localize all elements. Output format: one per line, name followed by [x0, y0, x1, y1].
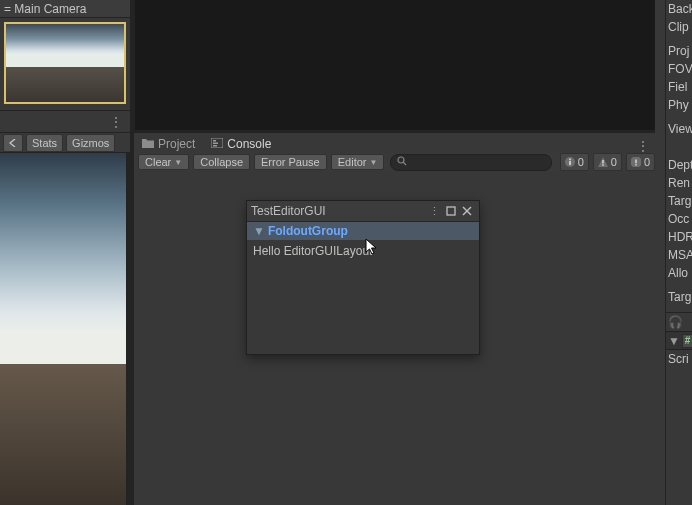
close-icon[interactable] [459, 206, 475, 216]
kebab-menu-icon[interactable]: ⋮ [631, 139, 655, 153]
tab-console[interactable]: Console [203, 135, 279, 153]
count-value: 0 [644, 156, 650, 168]
svg-rect-7 [569, 161, 571, 165]
foldout-content: Hello EditorGUILayout [247, 240, 479, 262]
inspector-field[interactable]: Back [666, 0, 692, 18]
inspector-field[interactable]: Phy [666, 96, 692, 114]
foldout-label: FoldoutGroup [268, 224, 348, 238]
game-ground [0, 364, 130, 505]
gizmos-button[interactable]: Gizmos [66, 134, 115, 152]
game-view[interactable] [0, 153, 130, 505]
window-titlebar[interactable]: TestEditorGUI ⋮ [247, 201, 479, 222]
svg-rect-2 [213, 143, 218, 145]
inspector-field[interactable]: Ren [666, 174, 692, 192]
foldout-triangle-icon: ▼ [253, 224, 265, 238]
dropdown-caret-icon: ▼ [174, 158, 182, 167]
inspector-field[interactable]: Fiel [666, 78, 692, 96]
camera-preview-thumbnail[interactable] [4, 22, 126, 104]
error-counter[interactable]: 0 [626, 153, 655, 171]
count-value: 0 [611, 156, 617, 168]
tab-project[interactable]: Project [134, 135, 203, 153]
inspector-field[interactable]: MSA [666, 246, 692, 264]
foldout-header[interactable]: ▼ FoldoutGroup [247, 222, 479, 240]
scene-view-dark-area [135, 0, 655, 130]
svg-rect-10 [602, 164, 603, 165]
floating-window-testeditorgui[interactable]: TestEditorGUI ⋮ ▼ FoldoutGroup Hello Edi… [246, 200, 480, 355]
camera-label: = Main Camera [4, 2, 86, 16]
preview-ground [6, 67, 124, 102]
scene-preview-toolbar: ⋮ [0, 110, 130, 133]
stats-button[interactable]: Stats [26, 134, 63, 152]
content-text: Hello EditorGUILayout [253, 244, 372, 258]
info-icon [564, 156, 576, 168]
log-counter[interactable]: 0 [560, 153, 589, 171]
svg-rect-1 [213, 140, 216, 142]
error-icon [630, 156, 642, 168]
game-sky [0, 153, 130, 364]
foldout-triangle-icon: ▼ [668, 334, 680, 348]
window-title: TestEditorGUI [251, 204, 326, 218]
camera-preview-panel: = Main Camera [0, 0, 130, 110]
inspector-field[interactable]: Targ [666, 192, 692, 210]
svg-line-5 [404, 162, 407, 165]
count-value: 0 [578, 156, 584, 168]
folder-icon [142, 137, 154, 151]
game-view-edge[interactable] [126, 153, 130, 505]
kebab-menu-icon[interactable]: ⋮ [106, 115, 126, 129]
svg-rect-3 [213, 145, 217, 147]
maximize-icon[interactable] [443, 206, 459, 216]
svg-rect-8 [569, 159, 571, 161]
inspector-field[interactable]: FOV [666, 60, 692, 78]
svg-point-4 [398, 157, 404, 163]
svg-rect-11 [635, 160, 636, 164]
svg-rect-9 [602, 160, 603, 164]
inspector-field[interactable]: View [666, 120, 692, 138]
console-search-input[interactable] [390, 154, 552, 171]
script-icon: # [682, 334, 692, 348]
preview-sky [6, 24, 124, 67]
button-label: Clear [145, 156, 171, 168]
error-pause-button[interactable]: Error Pause [254, 154, 327, 170]
inspector-panel: Back Clip Proj FOV Fiel Phy View Dept Re… [665, 0, 692, 505]
console-toolbar: Clear ▼ Collapse Error Pause Editor ▼ 0 … [134, 153, 655, 172]
collapse-button[interactable]: Collapse [193, 154, 250, 170]
inspector-field[interactable]: Dept [666, 156, 692, 174]
inspector-field[interactable]: Targ [666, 288, 692, 306]
inspector-field[interactable]: Occ [666, 210, 692, 228]
inspector-field[interactable]: Proj [666, 42, 692, 60]
tab-label: Project [158, 137, 195, 151]
editor-dropdown[interactable]: Editor ▼ [331, 154, 385, 170]
tab-label: Console [227, 137, 271, 151]
kebab-menu-icon[interactable]: ⋮ [426, 205, 443, 218]
inspector-field[interactable]: Clip [666, 18, 692, 36]
component-header[interactable]: ▼ # [666, 331, 692, 350]
panel-gap [655, 0, 665, 505]
svg-rect-12 [635, 164, 636, 165]
button-label: Editor [338, 156, 367, 168]
inspector-field[interactable]: Scri [666, 350, 692, 368]
search-icon [397, 156, 407, 168]
warning-icon [597, 156, 609, 168]
game-view-toolbar: Stats Gizmos [0, 133, 130, 153]
dropdown-caret-icon: ▼ [369, 158, 377, 167]
inspector-field[interactable]: HDR [666, 228, 692, 246]
bottom-panel-tabs: Project Console ⋮ [134, 133, 655, 154]
clear-button[interactable]: Clear ▼ [138, 154, 189, 170]
inspector-field[interactable]: Allo [666, 264, 692, 282]
audio-listener-icon[interactable]: 🎧 [666, 313, 692, 331]
previous-button[interactable] [3, 134, 23, 152]
chevron-left-icon [9, 139, 17, 147]
svg-rect-13 [447, 207, 455, 215]
warning-counter[interactable]: 0 [593, 153, 622, 171]
console-icon [211, 137, 223, 151]
camera-preview-title[interactable]: = Main Camera [0, 0, 130, 18]
